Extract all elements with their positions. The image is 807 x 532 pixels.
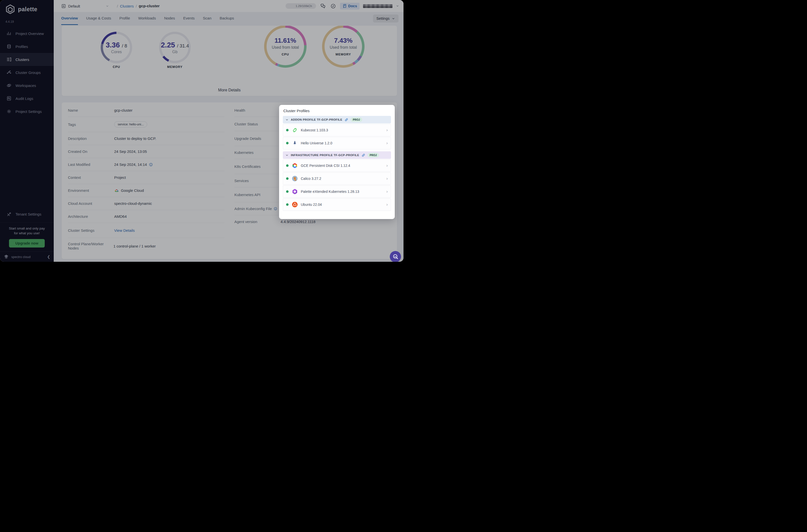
search-fab[interactable] — [390, 251, 401, 262]
chevron-right-icon: › — [386, 189, 388, 194]
profile-layer-name: Palette eXtended Kubernetes 1.28.13 — [301, 190, 383, 194]
chevron-down-icon — [285, 154, 288, 157]
scope-badge: PROJ — [368, 153, 379, 157]
chevron-right-icon: › — [386, 140, 388, 146]
chevron-right-icon: › — [386, 202, 388, 207]
search-smile-icon — [392, 253, 399, 260]
status-dot — [286, 203, 288, 206]
addon-profile-header[interactable]: ADDON PROFILE TF-GCP-PROFILE PROJ — [283, 116, 391, 124]
scope-badge: PROJ — [351, 117, 362, 122]
hello-universe-icon — [292, 140, 298, 146]
status-dot — [286, 142, 288, 144]
profile-layer-kubecost[interactable]: Kubecost 1.103.3 › — [283, 124, 391, 136]
profile-layer-name: Kubecost 1.103.3 — [301, 128, 383, 132]
app-window: palette 4.4.19 Project Overview Profiles… — [0, 0, 404, 262]
link-icon[interactable] — [344, 118, 348, 122]
chevron-right-icon: › — [386, 128, 388, 133]
link-icon[interactable] — [361, 153, 365, 157]
addon-profile-name: ADDON PROFILE TF-GCP-PROFILE — [291, 118, 342, 121]
chevron-down-icon — [285, 118, 288, 121]
status-dot — [286, 129, 288, 131]
profile-layer-calico[interactable]: Calico 3.27.2 › — [283, 172, 391, 185]
profile-layer-name: Hello Universe 1.2.0 — [301, 141, 383, 145]
palette-kubernetes-icon — [292, 189, 298, 194]
ubuntu-icon — [292, 202, 298, 208]
gce-disk-icon — [292, 163, 298, 169]
status-dot — [286, 164, 288, 167]
profile-layer-ubuntu[interactable]: Ubuntu 22.04 › — [283, 198, 391, 211]
calico-icon — [292, 176, 298, 182]
profile-layer-hello-universe[interactable]: Hello Universe 1.2.0 › — [283, 137, 391, 149]
profile-layer-gce-csi[interactable]: GCE Persistent Disk CSI 1.12.4 › — [283, 159, 391, 172]
profile-layer-name: Calico 3.27.2 — [301, 176, 383, 180]
chevron-right-icon: › — [386, 163, 388, 168]
chevron-right-icon: › — [386, 176, 388, 181]
status-dot — [286, 190, 288, 193]
infrastructure-profile-header[interactable]: INFRASTRUCTURE PROFILE TF-GCP-PROFILE PR… — [283, 151, 391, 159]
infrastructure-profile-name: INFRASTRUCTURE PROFILE TF-GCP-PROFILE — [291, 154, 359, 157]
profile-layer-pxk[interactable]: Palette eXtended Kubernetes 1.28.13 › — [283, 185, 391, 198]
profile-layer-name: GCE Persistent Disk CSI 1.12.4 — [301, 164, 383, 168]
kubecost-icon — [292, 127, 298, 133]
cluster-profiles-title: Cluster Profiles — [283, 109, 391, 113]
status-dot — [286, 177, 288, 180]
cluster-profiles-panel: Cluster Profiles ADDON PROFILE TF-GCP-PR… — [279, 105, 395, 219]
profile-layer-name: Ubuntu 22.04 — [301, 203, 383, 207]
